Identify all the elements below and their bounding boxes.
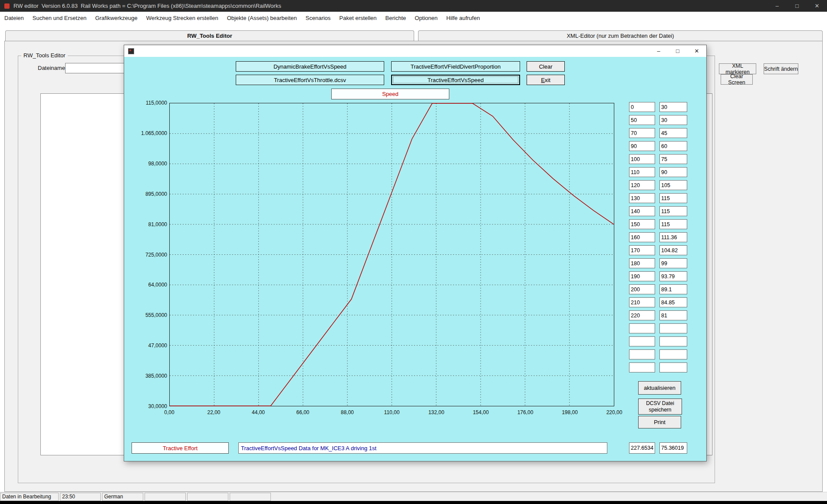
y-tick-label: 47,0000 [148,343,167,349]
speed-value-input[interactable] [629,349,655,359]
menu-item[interactable]: Werkzeug Strecken erstellen [142,12,223,24]
menu-item[interactable]: Scenarios [301,12,335,24]
speed-value-input[interactable] [629,180,655,190]
speed-value-input[interactable] [629,284,655,294]
y-tick-label: 115,0000 [146,100,167,106]
menu-item[interactable]: Hilfe aufrufen [442,12,484,24]
speed-value-input[interactable] [629,102,655,112]
effort-value-input[interactable] [659,362,687,372]
speed-value-input[interactable] [629,206,655,216]
dcsv-save-line1: DCSV Datei [646,400,674,407]
effort-value-input[interactable] [659,154,687,164]
dcsv-save-button[interactable]: DCSV Dateispeichern [638,399,682,415]
menu-item[interactable]: Dateien [0,12,28,24]
menu-item[interactable]: Objekte (Assets) bearbeiten [223,12,301,24]
description-input[interactable] [238,442,607,454]
app-icon [4,3,10,9]
y-axis-title: Tractive Effort [132,442,229,454]
effort-value-input[interactable] [659,180,687,190]
effort-value-input[interactable] [659,167,687,177]
effort-value-input[interactable] [659,284,687,294]
dcsv-curve-dialog: – □ ✕ DynamicBrakeEffortVsSpeed Tractive… [124,45,707,461]
effort-value-input[interactable] [659,245,687,255]
aktualisieren-button[interactable]: aktualisieren [638,381,681,395]
maximize-icon[interactable]: □ [787,0,807,12]
speed-value-input[interactable] [629,297,655,307]
menu-item[interactable]: Suchen und Ersetzen [28,12,91,24]
close-icon[interactable]: ✕ [807,0,827,12]
value-grid [629,102,687,372]
effort-value-input[interactable] [659,349,687,359]
dialog-minimize-icon[interactable]: – [649,45,668,57]
dateiname-label: Dateiname: [38,65,66,71]
speed-curve-button[interactable]: TractiveEffortVsSpeed [391,75,520,85]
field-divert-button[interactable]: TractiveEffortVFieldDivertProportion [391,61,520,72]
clear-button[interactable]: Clear [527,61,565,72]
effort-value-input[interactable] [659,128,687,138]
tab-xml-editor[interactable]: XML-Editor (nur zum Betrachten der Datei… [418,30,823,41]
y-tick-label: 64,0000 [148,282,167,288]
schrift-aendern-button[interactable]: Schrift ändern [764,63,798,74]
app-titlebar: RW editor Version 6.0.83 Rail Works path… [0,0,827,12]
speed-value-input[interactable] [629,336,655,346]
y-tick-label: 81,0000 [148,221,167,227]
effort-value-input[interactable] [659,297,687,307]
speed-value-input[interactable] [629,141,655,151]
x-axis-labels: 0,0022,0044,0066,0088,00110,00132,00154,… [169,409,614,416]
throttle-curve-button[interactable]: TractiveEffortVsThrottle.dcsv [236,75,384,85]
effort-value-input[interactable] [659,310,687,320]
effort-value-input[interactable] [659,193,687,203]
effort-value-input[interactable] [659,141,687,151]
y-tick-label: 555,0000 [145,312,167,318]
speed-value-input[interactable] [629,323,655,333]
effort-value-input[interactable] [659,323,687,333]
menu-item[interactable]: Optionen [410,12,442,24]
speed-value-input[interactable] [629,115,655,125]
menu-item[interactable]: Berichte [381,12,411,24]
y-tick-label: 385,0000 [145,373,167,379]
print-button[interactable]: Print [638,416,681,428]
speed-value-input[interactable] [629,154,655,164]
app-title: RW editor Version 6.0.83 Rail Works path… [13,3,281,9]
effort-value-input[interactable] [659,219,687,229]
cursor-x-input[interactable] [629,442,655,454]
dynamic-brake-button[interactable]: DynamicBrakeEffortVsSpeed [236,61,384,72]
y-tick-label: 725,0000 [145,252,167,258]
effort-value-input[interactable] [659,115,687,125]
effort-value-input[interactable] [659,206,687,216]
speed-value-input[interactable] [629,232,655,242]
curve-chart[interactable] [169,103,614,406]
speed-value-input[interactable] [629,271,655,281]
speed-value-input[interactable] [629,245,655,255]
speed-value-input[interactable] [629,167,655,177]
effort-value-input[interactable] [659,102,687,112]
status-bar: Daten in Bearbeitung23:50German [0,492,827,501]
effort-value-input[interactable] [659,336,687,346]
y-tick-label: 895,0000 [145,191,167,197]
cursor-y-input[interactable] [659,442,687,454]
menu-item[interactable]: Paket erstellen [335,12,381,24]
speed-value-input[interactable] [629,219,655,229]
exit-button[interactable]: Exit [527,75,565,85]
menu-item[interactable]: Grafikwerkzeuge [91,12,142,24]
x-tick-label: 154,00 [473,409,489,415]
tab-rwtools-editor[interactable]: RW_Tools Editor [5,30,414,41]
groupbox-label: RW_Tools Editor [21,52,68,59]
dialog-maximize-icon[interactable]: □ [668,45,687,57]
y-tick-label: 30,0000 [148,403,167,409]
x-tick-label: 44,00 [252,409,265,415]
xml-markieren-button[interactable]: XML markieren [719,63,756,74]
dialog-icon [128,48,134,54]
speed-value-input[interactable] [629,258,655,268]
effort-value-input[interactable] [659,271,687,281]
clear-screen-button[interactable]: Clear Screen [721,74,753,85]
speed-value-input[interactable] [629,128,655,138]
speed-value-input[interactable] [629,310,655,320]
effort-value-input[interactable] [659,232,687,242]
effort-value-input[interactable] [659,258,687,268]
speed-value-input[interactable] [629,193,655,203]
minimize-icon[interactable]: – [767,0,787,12]
dialog-close-icon[interactable]: ✕ [687,45,706,57]
x-tick-label: 88,00 [341,409,354,415]
speed-value-input[interactable] [629,362,655,372]
